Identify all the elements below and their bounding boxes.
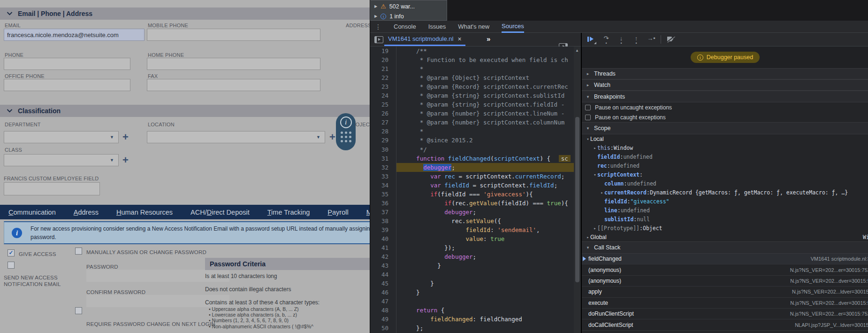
line-number[interactable]: 48	[370, 306, 396, 315]
line-number[interactable]: 20	[370, 55, 396, 64]
fax-field[interactable]	[147, 79, 320, 91]
line-number[interactable]: 19	[370, 46, 396, 55]
line-number[interactable]: 24	[370, 91, 396, 100]
line-number[interactable]: 26	[370, 109, 396, 118]
line-number[interactable]: 27	[370, 118, 396, 127]
line-number[interactable]: 28	[370, 127, 396, 136]
give-access-checkbox[interactable]: ✓	[8, 249, 15, 256]
line-number[interactable]: 42	[370, 252, 396, 261]
breakpoints-section-header[interactable]: ▾ Breakpoints	[582, 91, 868, 102]
scope-section-header[interactable]: ▾ Scope	[582, 122, 868, 134]
section-header-email-phone-address[interactable]: Email | Phone | Address	[0, 8, 370, 20]
scope-row-this[interactable]: ▸this: Window	[582, 143, 868, 152]
office-phone-field[interactable]	[4, 79, 130, 91]
call-stack-frame-execute[interactable]: executeN.js?NS_VER=202...dver=30015:54	[582, 298, 868, 309]
location-select[interactable]: ▼	[147, 131, 325, 143]
line-number[interactable]: 39	[370, 225, 396, 234]
line-number[interactable]: 44	[370, 270, 396, 279]
line-number[interactable]: 41	[370, 243, 396, 252]
line-number[interactable]: 49	[370, 315, 396, 324]
call-stack-frame-anonymous[interactable]: (anonymous)N.js?NS_VER=202...er=30015:75…	[582, 264, 868, 275]
add-class-button[interactable]: +	[122, 155, 129, 165]
line-number[interactable]: 50	[370, 324, 396, 333]
tab-time-tracking[interactable]: Time Tracking	[267, 209, 310, 216]
resume-script-button[interactable]	[586, 35, 596, 44]
step-out-button[interactable]: ↑•	[631, 35, 641, 44]
scope-row-Global[interactable]: ▸GlobalWindow	[582, 232, 868, 241]
line-number[interactable]: 32	[370, 163, 396, 172]
department-select[interactable]: ▼	[4, 131, 119, 143]
mobile-phone-field[interactable]	[147, 29, 320, 41]
line-number[interactable]: 46	[370, 288, 396, 297]
scope-row-Local[interactable]: ▾Local	[582, 134, 868, 143]
call-stack-section-header[interactable]: ▾ Call Stack	[582, 241, 868, 254]
call-stack-frame-doCallClientScript[interactable]: doCallClientScriptNLAPI.jsp?JSP_V...ldve…	[582, 319, 868, 330]
code-text: };	[396, 324, 574, 333]
tab-address[interactable]: Address	[74, 209, 99, 216]
phone-field[interactable]	[4, 58, 130, 70]
home-phone-field[interactable]	[147, 58, 320, 70]
step-over-button[interactable]: ↷•	[601, 35, 611, 44]
email-field[interactable]	[4, 29, 145, 41]
file-tab[interactable]: VM1641 scriptmodule.nl ×	[384, 33, 465, 46]
line-number[interactable]: 36	[370, 199, 396, 208]
devtools-tab-what-s-new[interactable]: What's new	[458, 21, 489, 32]
checkbox[interactable]	[585, 115, 591, 120]
more-tabs-icon[interactable]: »	[487, 35, 490, 43]
devtools-tab-issues[interactable]: Issues	[428, 21, 446, 32]
add-department-button[interactable]: +	[122, 132, 129, 142]
add-location-button[interactable]: +	[329, 132, 335, 142]
deactivate-breakpoints-button[interactable]	[666, 35, 677, 44]
line-number[interactable]: 31	[370, 154, 396, 163]
step-into-button[interactable]: ↓•	[616, 35, 626, 44]
info-summary-row[interactable]: ▶ i 1 info	[371, 11, 447, 21]
watch-section-header[interactable]: ▸ Watch	[582, 79, 868, 91]
line-number[interactable]: 21	[370, 64, 396, 73]
devtools-tab-console[interactable]: Console	[394, 21, 416, 32]
tab-communication[interactable]: Communication	[8, 209, 56, 216]
line-number[interactable]: 30	[370, 145, 396, 154]
scope-row-scriptContext[interactable]: ▾scriptContext:	[582, 170, 868, 179]
section-header-classification[interactable]: Classification	[0, 105, 370, 117]
manually-assign-checkbox[interactable]	[75, 248, 82, 255]
line-number[interactable]: 29	[370, 136, 396, 145]
call-stack-frame-doRunClientScript[interactable]: doRunClientScriptN.js?NS_VER=202...er=30…	[582, 309, 868, 319]
line-number[interactable]: 35	[370, 190, 396, 199]
kebab-menu-icon[interactable]: ⋮	[375, 23, 381, 31]
call-stack-frame-apply[interactable]: applyN.js?NS_VER=202...ldver=30015:7	[582, 287, 868, 297]
require-change-checkbox[interactable]	[75, 307, 82, 314]
class-select[interactable]: ▼	[4, 154, 119, 166]
scrollbar-thumb[interactable]	[575, 117, 579, 282]
line-number[interactable]: 37	[370, 208, 396, 217]
threads-section-header[interactable]: ▸ Threads	[582, 68, 868, 79]
line-number[interactable]: 38	[370, 217, 396, 225]
call-stack-frame-fieldChanged[interactable]: fieldChangedVM1641 scriptmodule.nl:32	[582, 254, 868, 264]
warnings-summary-row[interactable]: ▶ ⚠ 502 war...	[371, 1, 447, 11]
line-number[interactable]: 33	[370, 172, 396, 181]
line-number[interactable]: 43	[370, 261, 396, 270]
call-stack-frame-anonymous[interactable]: (anonymous)N.js?NS_VER=202...dver=30015:…	[582, 276, 868, 287]
scope-row-currentRecord[interactable]: ▸currentRecord: DynamicRecord {getMacros…	[582, 188, 868, 197]
scroll-up-icon[interactable]: ▲	[575, 48, 579, 53]
close-icon[interactable]: ×	[457, 35, 461, 43]
tab-payroll[interactable]: Payroll	[327, 209, 348, 216]
step-button[interactable]: →•	[646, 35, 656, 44]
tab-m[interactable]: M	[366, 209, 370, 216]
line-number[interactable]: 25	[370, 100, 396, 109]
custom-field-input[interactable]	[4, 182, 100, 195]
tab-human-resources[interactable]: Human Resources	[116, 209, 173, 216]
tab-ach-direct-deposit[interactable]: ACH/Direct Deposit	[190, 209, 250, 216]
send-notification-checkbox[interactable]	[8, 262, 15, 269]
editor-scrollbar[interactable]: ▲	[574, 46, 581, 333]
checkbox[interactable]	[585, 105, 591, 110]
scope-row-Prototype[interactable]: ▸[[Prototype]]: Object	[582, 224, 868, 232]
devtools-tab-sources[interactable]: Sources	[502, 21, 524, 33]
toggle-navigator-sidebar-icon[interactable]	[374, 36, 383, 43]
line-number[interactable]: 34	[370, 181, 396, 190]
line-number[interactable]: 22	[370, 73, 396, 82]
line-number[interactable]: 47	[370, 297, 396, 306]
line-number[interactable]: 23	[370, 82, 396, 91]
line-number[interactable]: 40	[370, 234, 396, 243]
field-help-widget[interactable]: i	[336, 113, 356, 150]
line-number[interactable]: 45	[370, 279, 396, 288]
